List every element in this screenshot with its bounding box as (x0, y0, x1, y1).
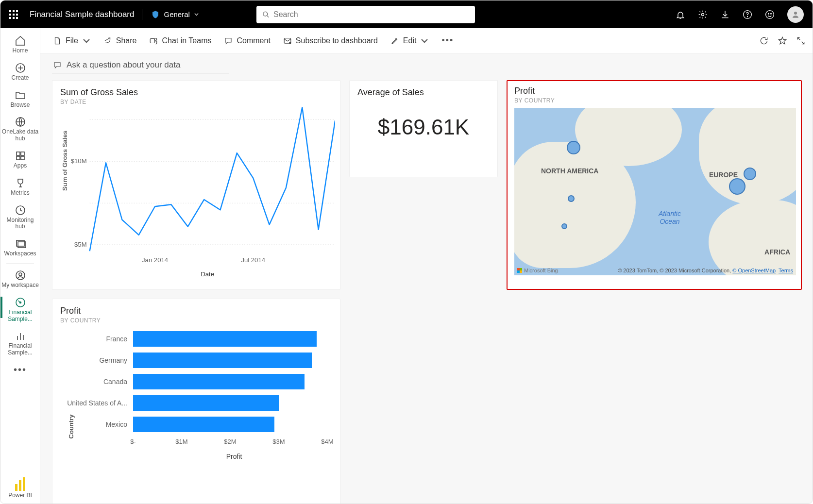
nav-my-workspace[interactable]: My workspace (0, 266, 40, 293)
tile-gross-sales-line[interactable]: Sum of Gross Sales By Date $5M $10M (52, 80, 340, 290)
tile-subtitle: By Country (60, 317, 332, 324)
nav-onelake[interactable]: OneLake data hub (0, 112, 40, 146)
teams-icon (149, 36, 158, 45)
nav-apps[interactable]: Apps (0, 146, 40, 173)
subscribe-button[interactable]: Subscribe to dashboard (277, 34, 384, 48)
app-launcher-icon[interactable] (9, 10, 18, 19)
bar-category-label: Germany (60, 356, 133, 364)
search-box[interactable] (256, 6, 475, 23)
svg-text:Jul 2014: Jul 2014 (241, 256, 265, 264)
more-options-button[interactable]: ••• (436, 33, 459, 49)
shield-icon (151, 10, 160, 19)
chat-in-teams-button[interactable]: Chat in Teams (143, 34, 217, 48)
chevron-down-icon (420, 36, 429, 45)
globe-icon (15, 116, 26, 128)
bar-category-label: United States of A... (60, 399, 133, 407)
header-right-icons (676, 6, 804, 23)
svg-point-6 (747, 16, 748, 17)
bar-chart-icon (15, 330, 26, 342)
sensitivity-label: General (164, 10, 189, 18)
chat-bubble-icon (53, 61, 62, 69)
map-bubble-usa[interactable] (568, 195, 575, 202)
subscribe-icon (283, 36, 292, 45)
svg-point-23 (19, 273, 22, 276)
map-label-af: AFRICA (764, 248, 790, 256)
svg-rect-29 (151, 38, 155, 43)
nav-powerbi[interactable]: Power BI (0, 471, 40, 504)
map-label-ocean2: Ocean (660, 218, 679, 225)
person-circle-icon (15, 269, 26, 281)
nav-ws1-label: Financial Sample... (1, 309, 39, 323)
qa-question-box[interactable]: Ask a question about your data (52, 58, 229, 73)
nav-divider (6, 263, 34, 264)
svg-text:$10M: $10M (71, 157, 87, 165)
bar-x-tick: $2M (224, 438, 236, 445)
edit-menu[interactable]: Edit (385, 34, 435, 48)
refresh-icon[interactable] (759, 36, 769, 46)
bar-x-tick: $- (130, 438, 136, 445)
nav-create[interactable]: Create (0, 58, 40, 85)
map-bubble-germany[interactable] (729, 178, 745, 195)
bar-row[interactable]: Canada (60, 371, 335, 392)
notifications-icon[interactable] (676, 10, 685, 19)
help-icon[interactable] (743, 10, 752, 19)
favorite-star-icon[interactable] (778, 36, 787, 46)
ellipsis-icon: ••• (441, 35, 454, 46)
comment-button[interactable]: Comment (218, 34, 276, 48)
map-terms-link[interactable]: Terms (779, 268, 793, 273)
fullscreen-icon[interactable] (796, 36, 806, 46)
nav-browse[interactable]: Browse (0, 85, 40, 113)
nav-home-label: Home (12, 48, 28, 54)
dashboard-canvas: Ask a question about your data Sum of Gr… (40, 53, 813, 504)
nav-metrics[interactable]: Metrics (0, 173, 40, 201)
download-icon[interactable] (720, 10, 730, 19)
subscribe-label: Subscribe to dashboard (296, 36, 378, 45)
tile-average-sales-kpi[interactable]: Average of Sales $169.61K (349, 80, 498, 177)
svg-marker-33 (779, 37, 786, 44)
nav-home[interactable]: Home (0, 31, 40, 58)
comment-label: Comment (237, 36, 270, 45)
bar-row[interactable]: United States of A... (60, 392, 335, 414)
tile-subtitle: By Country (514, 97, 796, 104)
account-avatar[interactable] (787, 6, 804, 23)
nav-metrics-label: Metrics (11, 190, 30, 197)
nav-financial-sample-2[interactable]: Financial Sample... (0, 326, 40, 360)
sensitivity-dropdown[interactable]: General (147, 8, 203, 21)
map-osm-link[interactable]: © OpenStreetMap (732, 268, 776, 273)
nav-financial-sample-1[interactable]: Financial Sample... (0, 293, 40, 327)
file-menu[interactable]: File (47, 34, 97, 48)
tile-profit-map[interactable]: Profit By Country NORTH AMERICA EUROPE A… (507, 80, 802, 290)
svg-text:Sum of Gross Sales: Sum of Gross Sales (61, 131, 68, 191)
bar-row[interactable]: Mexico (60, 414, 335, 435)
bar-rect (133, 395, 279, 411)
person-icon (791, 10, 800, 19)
bar-row[interactable]: France (60, 328, 335, 350)
svg-rect-15 (17, 152, 20, 155)
dashboard-title: Financial Sample dashboard (30, 10, 134, 19)
chevron-down-icon (82, 36, 91, 45)
search-icon (262, 11, 270, 18)
tile-title: Profit (514, 86, 796, 96)
map-visual[interactable]: NORTH AMERICA EUROPE AFRICA Atlantic Oce… (514, 108, 796, 275)
settings-gear-icon[interactable] (698, 10, 708, 19)
bar-rect (133, 417, 274, 432)
search-input[interactable] (273, 10, 469, 19)
map-bubble-mexico[interactable] (561, 223, 567, 229)
share-button[interactable]: Share (98, 34, 143, 48)
nav-more[interactable]: ••• (0, 360, 40, 379)
bar-row[interactable]: Germany (60, 350, 335, 371)
gauge-icon (15, 297, 26, 308)
edit-label: Edit (403, 36, 417, 45)
powerbi-logo-icon (15, 477, 26, 491)
map-bubble-france[interactable] (744, 168, 756, 180)
nav-monitoring[interactable]: Monitoring hub (0, 201, 40, 235)
feedback-smiley-icon[interactable] (765, 10, 775, 19)
file-label: File (66, 36, 78, 45)
bar-x-tick: $4M (321, 438, 333, 445)
svg-point-8 (768, 13, 769, 14)
map-bubble-canada[interactable] (567, 141, 580, 154)
tile-profit-bar[interactable]: Profit By Country Country FranceGermanyC… (52, 299, 340, 504)
svg-text:Date: Date (201, 270, 214, 278)
nav-workspaces[interactable]: Workspaces (0, 234, 40, 261)
svg-point-30 (155, 38, 157, 40)
